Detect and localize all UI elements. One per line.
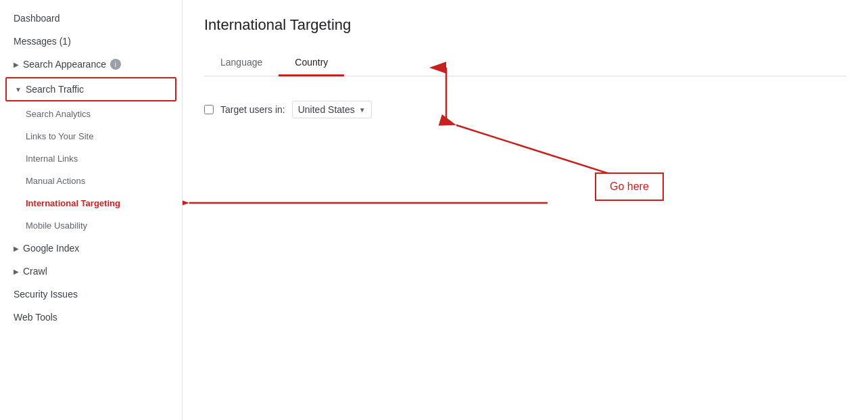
sidebar-item-search-traffic[interactable]: ▼ Search Traffic [7,78,175,100]
sidebar-item-crawl[interactable]: ▶ Crawl [0,260,182,283]
google-index-label: Google Index [23,243,79,254]
sidebar-item-links-to-your-site[interactable]: Links to Your Site [0,125,182,147]
go-here-label: Go here [610,181,649,192]
expand-arrow-crawl: ▶ [14,268,19,275]
country-dropdown[interactable]: United States ▼ [292,101,372,118]
sidebar-item-google-index[interactable]: ▶ Google Index [0,237,182,260]
international-targeting-label: International Targeting [26,198,120,208]
sidebar-item-messages[interactable]: Messages (1) [0,30,182,53]
tab-bar: Language Country [204,50,846,76]
sidebar-item-dashboard[interactable]: Dashboard [0,7,182,30]
country-value: United States [298,104,355,115]
messages-label: Messages (1) [14,36,71,47]
search-traffic-section: ▼ Search Traffic [5,77,176,101]
page-title: International Targeting [204,16,846,34]
sidebar-item-internal-links[interactable]: Internal Links [0,147,182,170]
sidebar-item-international-targeting[interactable]: International Targeting [0,192,182,214]
expand-arrow-search-traffic: ▼ [15,86,22,93]
expand-arrow-google-index: ▶ [14,245,19,252]
sidebar: Dashboard Messages (1) ▶ Search Appearan… [0,0,183,420]
sidebar-item-search-analytics[interactable]: Search Analytics [0,103,182,125]
sidebar-item-security-issues[interactable]: Security Issues [0,283,182,306]
target-users-label: Target users in: [220,104,285,115]
svg-line-4 [456,125,612,174]
search-analytics-label: Search Analytics [26,109,91,119]
manual-actions-label: Manual Actions [26,176,85,186]
search-appearance-label: Search Appearance [23,59,106,70]
search-traffic-label: Search Traffic [26,84,84,95]
mobile-usability-label: Mobile Usability [26,220,87,231]
main-content: International Targeting Language Country… [183,0,868,420]
crawl-label: Crawl [23,266,47,277]
target-users-checkbox[interactable] [204,105,214,114]
links-to-your-site-label: Links to Your Site [26,131,93,141]
security-issues-label: Security Issues [14,289,78,300]
tab-country[interactable]: Country [279,50,344,76]
dashboard-label: Dashboard [14,13,60,24]
dropdown-arrow-icon: ▼ [359,106,366,114]
info-icon-search-appearance[interactable]: i [110,59,121,70]
sidebar-item-mobile-usability[interactable]: Mobile Usability [0,214,182,237]
go-here-box: Go here [595,172,664,201]
sidebar-item-manual-actions[interactable]: Manual Actions [0,170,182,192]
web-tools-label: Web Tools [14,312,57,323]
internal-links-label: Internal Links [26,154,78,164]
sidebar-item-web-tools[interactable]: Web Tools [0,306,182,329]
expand-arrow-search-appearance: ▶ [14,61,19,68]
tab-language[interactable]: Language [204,50,279,76]
sidebar-item-search-appearance[interactable]: ▶ Search Appearance i [0,53,182,76]
content-area: Target users in: United States ▼ [204,93,846,126]
target-users-row: Target users in: United States ▼ [204,101,846,118]
